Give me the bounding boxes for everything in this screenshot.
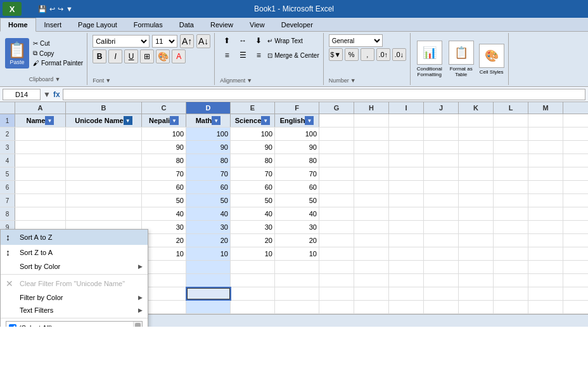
paste-button[interactable]: 📋 Paste <box>5 38 29 69</box>
clear-filter-item[interactable]: ✕ Clear Filter From "Unicode Name" <box>1 276 148 291</box>
cell-e5[interactable]: 70 <box>231 167 275 180</box>
conditional-formatting-button[interactable]: 📊 Conditional Formatting <box>416 41 444 77</box>
cell-e11[interactable]: 10 <box>231 247 275 260</box>
text-filters-item[interactable]: Text Filters <box>1 304 148 317</box>
cell-c12[interactable] <box>142 261 186 273</box>
cell-f2[interactable]: 100 <box>275 128 319 140</box>
col-header-a[interactable]: A <box>15 102 66 114</box>
cell-c3[interactable]: 90 <box>142 141 186 154</box>
cell-b5[interactable] <box>66 167 142 180</box>
col-header-f[interactable]: F <box>275 102 319 114</box>
cell-c5[interactable]: 70 <box>142 167 186 180</box>
cell-b2[interactable] <box>66 128 142 140</box>
filter-arrow-a1[interactable]: ▼ <box>45 116 54 125</box>
tab-page-layout[interactable]: Page Layout <box>70 18 125 31</box>
cell-e4[interactable]: 80 <box>231 154 275 167</box>
tab-home[interactable]: Home <box>0 18 36 32</box>
cell-c13[interactable] <box>142 274 186 287</box>
col-header-j[interactable]: J <box>424 102 459 114</box>
scrollbar-thumb[interactable] <box>135 323 141 327</box>
cell-d4[interactable]: 80 <box>186 154 231 167</box>
sort-z-to-a-item[interactable]: ↕ Sort Z to A <box>1 245 148 260</box>
cell-reference-input[interactable] <box>3 89 41 100</box>
row-num-5[interactable]: 5 <box>0 167 15 180</box>
row-num-8[interactable]: 8 <box>0 207 15 220</box>
filter-arrow-b1[interactable]: ▼ <box>124 116 132 125</box>
checkbox-select-all[interactable]: (Select All) <box>9 323 131 327</box>
tab-review[interactable]: Review <box>202 18 241 31</box>
merge-center-button[interactable]: ⊡Merge & Center <box>267 52 319 59</box>
cut-button[interactable]: ✂ Cut <box>32 39 84 48</box>
tab-formulas[interactable]: Formulas <box>125 18 171 31</box>
percent-button[interactable]: % <box>345 48 359 61</box>
cell-a7[interactable] <box>15 194 66 207</box>
filter-arrow-d1[interactable]: ▼ <box>212 116 220 125</box>
bold-button[interactable]: B <box>93 49 106 63</box>
cell-e7[interactable]: 50 <box>231 194 275 207</box>
cell-f6[interactable]: 60 <box>275 181 319 193</box>
cell-d8[interactable]: 40 <box>186 207 231 220</box>
comma-button[interactable]: , <box>361 48 374 61</box>
italic-button[interactable]: I <box>108 49 122 63</box>
sort-a-to-z-item[interactable]: ↕ Sort A to Z <box>1 230 148 245</box>
cell-c1[interactable]: Nepali ▼ <box>142 114 186 127</box>
format-painter-button[interactable]: 🖌 Format Painter <box>32 59 84 67</box>
filter-arrow-f1[interactable]: ▼ <box>305 116 314 125</box>
cell-f5[interactable]: 70 <box>275 167 319 180</box>
number-format-select[interactable]: General <box>329 34 383 47</box>
cell-e3[interactable]: 90 <box>231 141 275 154</box>
col-header-e[interactable]: E <box>231 102 275 114</box>
fill-color-button[interactable]: 🎨 <box>156 49 170 63</box>
cell-f14[interactable] <box>275 287 319 300</box>
align-right-button[interactable]: ≡ <box>252 49 265 62</box>
cell-e6[interactable]: 60 <box>231 181 275 193</box>
row-num-3[interactable]: 3 <box>0 141 15 154</box>
copy-button[interactable]: ⧉ Copy <box>32 49 84 58</box>
cell-f3[interactable]: 90 <box>275 141 319 154</box>
cell-e15[interactable] <box>231 301 275 313</box>
cell-b1[interactable]: Unicode Name ▼ <box>66 114 142 127</box>
decrease-font-button[interactable]: A↓ <box>196 34 210 48</box>
cell-f10[interactable]: 20 <box>275 234 319 247</box>
cell-f11[interactable]: 10 <box>275 247 319 260</box>
cell-e10[interactable]: 20 <box>231 234 275 247</box>
cell-f9[interactable]: 30 <box>275 221 319 233</box>
col-header-k[interactable]: K <box>459 102 494 114</box>
col-header-g[interactable]: G <box>319 102 354 114</box>
row-num-2[interactable]: 2 <box>0 128 15 140</box>
cell-styles-button[interactable]: 🎨 Cell Styles <box>479 44 504 75</box>
decrease-decimal-button[interactable]: .0↓ <box>392 48 406 61</box>
format-as-table-button[interactable]: 📋 Format as Table <box>447 41 475 77</box>
row-num-6[interactable]: 6 <box>0 181 15 193</box>
tab-view[interactable]: View <box>241 18 273 31</box>
cell-b7[interactable] <box>66 194 142 207</box>
cell-c8[interactable]: 40 <box>142 207 186 220</box>
cell-e13[interactable] <box>231 274 275 287</box>
scrollbar-track[interactable] <box>133 322 142 327</box>
cell-e14[interactable] <box>231 287 275 300</box>
filter-arrow-c1[interactable]: ▼ <box>170 116 179 125</box>
cell-f7[interactable]: 50 <box>275 194 319 207</box>
align-center-button[interactable]: ☰ <box>236 49 250 62</box>
align-left-button[interactable]: ≡ <box>220 49 234 62</box>
underline-button[interactable]: U <box>124 49 138 63</box>
cell-b4[interactable] <box>66 154 142 167</box>
cell-d5[interactable]: 70 <box>186 167 231 180</box>
cell-b6[interactable] <box>66 181 142 193</box>
cell-a5[interactable] <box>15 167 66 180</box>
cell-d13[interactable] <box>186 274 231 287</box>
cell-a8[interactable] <box>15 207 66 220</box>
align-bottom-button[interactable]: ⬇ <box>252 34 265 47</box>
cell-b3[interactable] <box>66 141 142 154</box>
cell-c15[interactable] <box>142 301 186 313</box>
cell-d3[interactable]: 90 <box>186 141 231 154</box>
cell-a1[interactable]: Name ▼ <box>15 114 66 127</box>
cell-f13[interactable] <box>275 274 319 287</box>
col-header-m[interactable]: M <box>528 102 563 114</box>
cell-e9[interactable]: 30 <box>231 221 275 233</box>
cell-d12[interactable] <box>186 261 231 273</box>
formula-expand-icon[interactable]: ▼ <box>43 90 51 99</box>
cell-c14[interactable] <box>142 287 186 300</box>
cell-d1[interactable]: Math ▼ <box>186 114 231 127</box>
dollar-button[interactable]: $▼ <box>329 48 343 61</box>
